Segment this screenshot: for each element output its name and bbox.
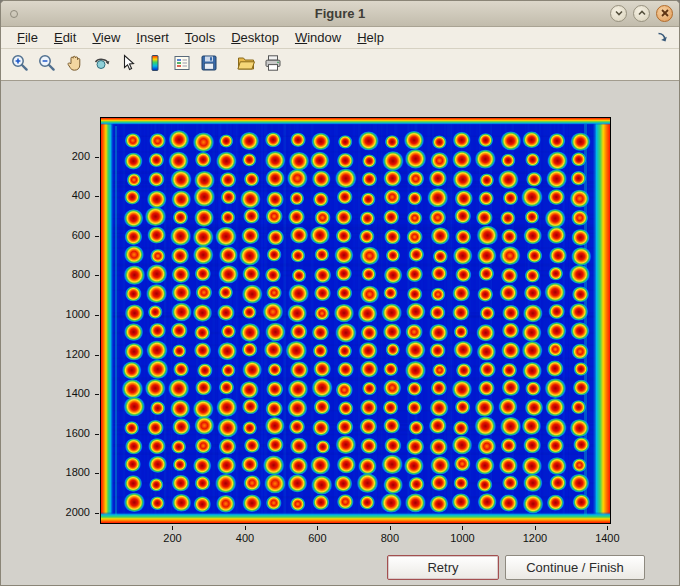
print-figure-button[interactable] (260, 52, 285, 77)
chevron-up-icon (637, 6, 647, 21)
dock-figure-arrow-icon[interactable] (656, 31, 669, 44)
menu-desktop[interactable]: Desktop (223, 29, 287, 46)
zoom-out-button[interactable] (34, 52, 59, 77)
y-tick-label: 1400 (42, 387, 90, 399)
data-cursor-icon (118, 53, 138, 76)
window-controls (610, 5, 673, 22)
x-tick-mark (245, 526, 246, 530)
x-tick-mark (535, 526, 536, 530)
y-tick-mark (95, 236, 99, 237)
pan-icon (64, 53, 84, 76)
menu-items: FileEditViewInsertToolsDesktopWindowHelp (9, 29, 392, 46)
x-tick-label: 600 (297, 532, 337, 544)
data-cursor-button[interactable] (115, 52, 140, 77)
menu-window[interactable]: Window (287, 29, 349, 46)
y-tick-mark (95, 513, 99, 514)
menu-help[interactable]: Help (349, 29, 392, 46)
y-tick-mark (95, 196, 99, 197)
y-tick-label: 1000 (42, 308, 90, 320)
y-tick-mark (95, 157, 99, 158)
figure-canvas-area: 2004006008001000120014002004006008001000… (1, 81, 679, 585)
open-file-icon (236, 53, 256, 76)
insert-legend-button[interactable] (169, 52, 194, 77)
x-tick-mark (172, 526, 173, 530)
zoom-in-icon (10, 53, 30, 76)
y-tick-label: 1200 (42, 348, 90, 360)
title-bar[interactable]: Figure 1 (1, 1, 679, 27)
y-tick-label: 200 (42, 150, 90, 162)
y-tick-mark (95, 275, 99, 276)
y-tick-label: 1600 (42, 427, 90, 439)
y-tick-label: 2000 (42, 506, 90, 518)
x-tick-label: 1400 (587, 532, 627, 544)
continue-finish-button[interactable]: Continue / Finish (505, 555, 645, 580)
x-tick-mark (462, 526, 463, 530)
zoom-out-icon (37, 53, 57, 76)
x-tick-mark (390, 526, 391, 530)
x-tick-label: 200 (152, 532, 192, 544)
menu-view[interactable]: View (84, 29, 128, 46)
y-tick-label: 400 (42, 189, 90, 201)
menu-file[interactable]: File (9, 29, 46, 46)
close-button[interactable] (656, 5, 673, 22)
y-tick-label: 800 (42, 268, 90, 280)
axes (100, 117, 611, 524)
rotate-3d-icon (91, 53, 111, 76)
save-figure-button[interactable] (196, 52, 221, 77)
x-tick-label: 800 (370, 532, 410, 544)
insert-legend-icon (172, 53, 192, 76)
toolbar-items (6, 52, 286, 77)
figure-toolbar (1, 49, 679, 81)
y-tick-mark (95, 434, 99, 435)
pan-button[interactable] (61, 52, 86, 77)
minimize-button[interactable] (610, 5, 627, 22)
print-figure-icon (263, 53, 283, 76)
close-icon (660, 6, 670, 21)
microarray-image[interactable] (101, 118, 610, 523)
y-tick-mark (95, 473, 99, 474)
retry-button[interactable]: Retry (387, 555, 499, 580)
y-tick-mark (95, 315, 99, 316)
figure-window: Figure 1 FileEditViewInsertToolsDesktopW… (0, 0, 680, 586)
menu-tools[interactable]: Tools (177, 29, 223, 46)
maximize-button[interactable] (633, 5, 650, 22)
rotate-3d-button[interactable] (88, 52, 113, 77)
x-tick-mark (607, 526, 608, 530)
menu-edit[interactable]: Edit (46, 29, 84, 46)
insert-colorbar-icon (145, 53, 165, 76)
y-tick-label: 600 (42, 229, 90, 241)
menu-insert[interactable]: Insert (128, 29, 177, 46)
x-tick-label: 1200 (515, 532, 555, 544)
x-tick-label: 400 (225, 532, 265, 544)
save-figure-icon (199, 53, 219, 76)
chevron-down-icon (614, 6, 624, 21)
y-tick-mark (95, 355, 99, 356)
y-tick-label: 1800 (42, 466, 90, 478)
menu-bar: FileEditViewInsertToolsDesktopWindowHelp (1, 27, 679, 49)
window-title: Figure 1 (1, 6, 679, 21)
open-file-button[interactable] (233, 52, 258, 77)
x-tick-mark (317, 526, 318, 530)
x-tick-label: 1000 (442, 532, 482, 544)
zoom-in-button[interactable] (7, 52, 32, 77)
insert-colorbar-button[interactable] (142, 52, 167, 77)
y-tick-mark (95, 394, 99, 395)
